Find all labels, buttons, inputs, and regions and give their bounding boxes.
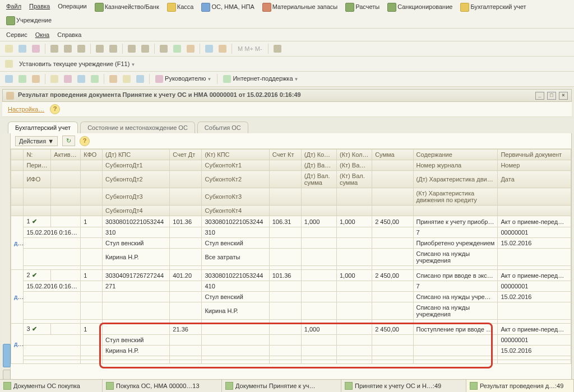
col-header[interactable]: СубконтоКт3 (202, 188, 269, 206)
col-header[interactable]: СубконтоДт2 (103, 171, 170, 188)
col-header[interactable] (51, 171, 81, 188)
col-header[interactable] (11, 150, 24, 160)
table-row[interactable] (11, 266, 571, 270)
col-header[interactable] (336, 206, 372, 216)
col-header[interactable] (170, 160, 202, 171)
status-tab-0[interactable]: Документы ОС покупка (0, 380, 103, 392)
grid-scroll[interactable]: N:Актив…КФО(Дт) КПССчет Дт(Кт) КПССчет К… (11, 149, 571, 383)
col-header[interactable] (11, 171, 24, 188)
tb-d-icon[interactable] (172, 43, 183, 54)
menu-service[interactable]: Сервис (3, 30, 30, 39)
col-header[interactable]: Актив… (51, 150, 81, 160)
tb-open-icon[interactable] (17, 43, 28, 54)
table-row[interactable] (11, 360, 571, 364)
t3-lead[interactable]: Руководителю▼ (153, 74, 214, 84)
col-header[interactable]: СубконтоКт2 (202, 171, 269, 188)
status-tab-4[interactable]: Результат проведения д…:49 (466, 380, 574, 392)
menu-treasury[interactable]: Казначейство/Банк (92, 2, 162, 13)
status-tab-1[interactable]: Покупка ОС, НМА 00000…13 (103, 380, 222, 392)
col-header[interactable]: (Кт) КПС (202, 150, 269, 160)
col-header[interactable]: N: (24, 150, 51, 160)
col-header[interactable] (413, 206, 498, 216)
status-tab-2[interactable]: Документы Принятие к уч… (222, 380, 341, 392)
menu-org[interactable]: Учреждение (3, 15, 54, 26)
table-row[interactable]: Стул венский00000001 (11, 335, 571, 346)
t3-support[interactable]: Интернет-поддержка▼ (221, 74, 300, 84)
col-header[interactable] (81, 160, 103, 171)
menu-sanction[interactable]: Санкционирование (385, 2, 455, 13)
col-header[interactable] (269, 188, 301, 206)
col-header[interactable] (269, 206, 301, 216)
col-header[interactable]: Содержание (413, 150, 498, 160)
col-header[interactable]: Период (24, 160, 51, 171)
col-header[interactable]: (Кт) Характеристика движения по кредиту (413, 188, 498, 206)
menu-accounting[interactable]: Бухгалтерский учет (457, 2, 529, 13)
table-row[interactable]: 15.02.2016 0:16…271410700000001 (11, 281, 571, 292)
col-header[interactable]: (Дт) Характеристика дви… (413, 171, 498, 188)
gutter-scroll-icon[interactable] (3, 344, 11, 367)
col-header[interactable] (11, 206, 24, 216)
col-header[interactable] (372, 188, 413, 206)
table-row[interactable]: ДК3 ✔121.361,0002 450,00Поступление при … (11, 324, 571, 335)
t3-6-icon[interactable] (76, 73, 87, 85)
tb-save-icon[interactable] (30, 43, 41, 54)
tab-events[interactable]: События ОС (197, 122, 248, 133)
t3-9-icon[interactable] (121, 73, 132, 85)
col-header[interactable] (51, 160, 81, 171)
col-header[interactable]: (Дт) Вал. сумма (301, 171, 336, 188)
tb-org-icon[interactable] (3, 58, 15, 69)
t3-7-icon[interactable] (89, 73, 100, 85)
table-row[interactable] (11, 356, 571, 360)
col-header[interactable]: Номер журнала (413, 160, 498, 171)
col-header[interactable] (170, 206, 202, 216)
tb-c-icon[interactable] (158, 43, 169, 54)
col-header[interactable] (24, 206, 51, 216)
tb-cut-icon[interactable] (49, 43, 60, 54)
tab-accounting[interactable]: Бухгалтерский учет (8, 122, 78, 133)
col-header[interactable]: (Дт) Валю… (301, 160, 336, 171)
grid-refresh-icon[interactable]: ↻ (62, 136, 75, 146)
t3-2-icon[interactable] (17, 73, 28, 85)
table-row[interactable]: Стул венскийСтул венскийПриобретено учре… (11, 238, 571, 249)
col-header[interactable]: СубконтоДт4 (103, 206, 170, 216)
t3-1-icon[interactable] (3, 73, 15, 85)
gutter-btn-icon[interactable] (3, 370, 11, 380)
col-header[interactable]: Дата (498, 171, 571, 188)
settings-link[interactable]: Настройка… (8, 106, 44, 113)
tb-cal-icon[interactable] (217, 43, 228, 54)
col-header[interactable]: (Дт) Коли… (301, 150, 336, 160)
table-row[interactable]: 15.02.2016 0:16…310310700000001 (11, 227, 571, 238)
tb-set-org[interactable]: Установить текущее учреждение (F11)▼ (17, 59, 137, 68)
table-row[interactable]: Стул венскийСписано на нужды учреж…15.02… (11, 292, 571, 302)
t3-5-icon[interactable] (62, 73, 73, 85)
col-header[interactable]: Номер (498, 160, 571, 171)
grid-actions-button[interactable]: Действия ▼ (15, 136, 58, 146)
t3-3-icon[interactable] (30, 73, 41, 85)
tb-paste-icon[interactable] (76, 43, 87, 54)
tb-undo-icon[interactable] (94, 43, 105, 54)
col-header[interactable]: (Кт) Вал. сумма (336, 171, 372, 188)
col-header[interactable]: (Дт) КПС (103, 150, 170, 160)
table-row[interactable]: ДК1 ✔130308010221053244101.3630308010221… (11, 216, 571, 227)
tb-calc-icon[interactable] (203, 43, 215, 54)
tb-copy-icon[interactable] (62, 43, 73, 54)
col-header[interactable] (301, 188, 336, 206)
status-tab-3[interactable]: Принятие к учету ОС и Н…:49 (341, 380, 466, 392)
col-header[interactable] (372, 171, 413, 188)
help-icon[interactable]: ? (50, 104, 60, 114)
col-header[interactable] (81, 206, 103, 216)
tb-a-icon[interactable] (126, 43, 137, 54)
col-header[interactable] (372, 206, 413, 216)
col-header[interactable] (81, 171, 103, 188)
menu-help[interactable]: Справка (54, 30, 84, 39)
col-header[interactable] (81, 188, 103, 206)
table-row[interactable]: ДК2 ✔130304091726727244401.2030308010221… (11, 270, 571, 281)
col-header[interactable] (498, 206, 571, 216)
grid-help-icon[interactable]: ? (80, 136, 90, 146)
col-header[interactable] (51, 206, 81, 216)
t3-10-icon[interactable] (135, 73, 146, 85)
t3-8-icon[interactable] (108, 73, 119, 85)
col-header[interactable] (498, 188, 571, 206)
col-header[interactable]: СубконтоКт1 (202, 160, 269, 171)
menu-os-nma[interactable]: ОС, НМА, НПА (198, 2, 257, 13)
